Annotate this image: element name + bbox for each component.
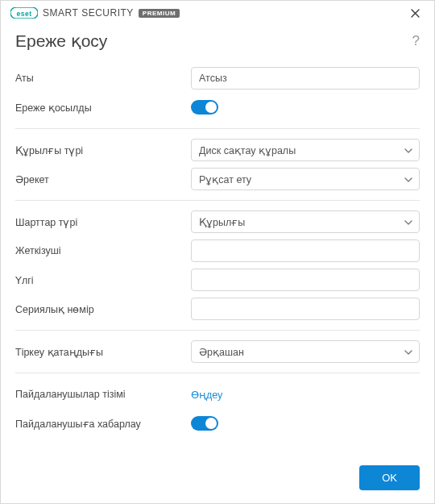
vendor-label: Жеткізуші: [15, 245, 191, 256]
action-select[interactable]: Рұқсат ету: [191, 168, 420, 190]
row-logging: Тіркеу қатаңдығы Әрқашан: [15, 339, 420, 364]
criteria-select[interactable]: Құрылғы: [191, 210, 420, 233]
row-device-type: Құрылғы түрі Диск сақтау құралы: [15, 137, 420, 163]
notify-toggle[interactable]: [191, 416, 218, 431]
serial-input[interactable]: [191, 298, 420, 320]
help-button[interactable]: ?: [412, 33, 420, 49]
row-enabled: Ереже қосылды: [15, 94, 420, 120]
content: Ереже қосу ? Аты Ереже қосылды Құрылғы т…: [1, 25, 434, 456]
model-label: Үлгі: [15, 274, 191, 286]
brand-product: SMART SECURITY: [43, 7, 134, 19]
divider: [15, 330, 420, 331]
page-title: Ереже қосу: [15, 31, 107, 51]
action-value: Рұқсат ету: [199, 173, 251, 185]
device-type-value: Диск сақтау құралы: [199, 144, 296, 156]
row-action: Әрекет Рұқсат ету: [15, 166, 420, 192]
device-type-select[interactable]: Диск сақтау құралы: [191, 139, 420, 161]
chevron-down-icon: [404, 144, 412, 156]
logging-select[interactable]: Әрқашан: [191, 340, 420, 363]
row-criteria: Шарттар түрі Құрылғы: [15, 209, 420, 235]
row-serial: Сериялық нөмір: [15, 296, 420, 322]
chevron-down-icon: [404, 346, 412, 357]
model-input[interactable]: [191, 269, 420, 291]
row-notify: Пайдаланушыға хабарлау: [15, 410, 420, 436]
ok-button[interactable]: OK: [359, 465, 420, 490]
logging-label: Тіркеу қатаңдығы: [15, 346, 191, 358]
action-label: Әрекет: [15, 173, 191, 185]
row-name: Аты: [15, 65, 420, 91]
close-button[interactable]: [404, 2, 426, 24]
chevron-down-icon: [404, 216, 412, 227]
divider: [15, 128, 420, 129]
brand-badge: PREMIUM: [139, 9, 180, 18]
enabled-toggle[interactable]: [191, 100, 218, 115]
name-input[interactable]: [191, 67, 420, 90]
row-vendor: Жеткізуші: [15, 238, 420, 264]
footer: OK: [1, 456, 434, 503]
users-edit-link[interactable]: Өңдеу: [191, 389, 222, 401]
vendor-input[interactable]: [191, 240, 420, 262]
row-users: Пайдаланушылар тізімі Өңдеу: [15, 381, 420, 407]
eset-logo-icon: eset: [10, 7, 38, 19]
notify-label: Пайдаланушыға хабарлау: [15, 418, 191, 430]
logging-value: Әрқашан: [199, 346, 244, 358]
chevron-down-icon: [404, 173, 412, 185]
serial-label: Сериялық нөмір: [15, 303, 191, 315]
users-label: Пайдаланушылар тізімі: [15, 389, 191, 400]
dialog-add-rule: eset SMART SECURITY PREMIUM Ереже қосу ?…: [0, 0, 435, 504]
criteria-label: Шарттар түрі: [15, 216, 191, 228]
enabled-label: Ереже қосылды: [15, 102, 191, 114]
row-model: Үлгі: [15, 267, 420, 293]
svg-text:eset: eset: [16, 10, 31, 18]
criteria-value: Құрылғы: [199, 216, 245, 228]
brand: eset SMART SECURITY PREMIUM: [10, 7, 180, 19]
name-label: Аты: [15, 73, 191, 84]
titlebar: eset SMART SECURITY PREMIUM: [1, 1, 434, 25]
header: Ереже қосу ?: [15, 31, 420, 51]
device-type-label: Құрылғы түрі: [15, 144, 191, 156]
divider: [15, 200, 420, 201]
close-icon: [411, 9, 420, 18]
divider: [15, 373, 420, 373]
